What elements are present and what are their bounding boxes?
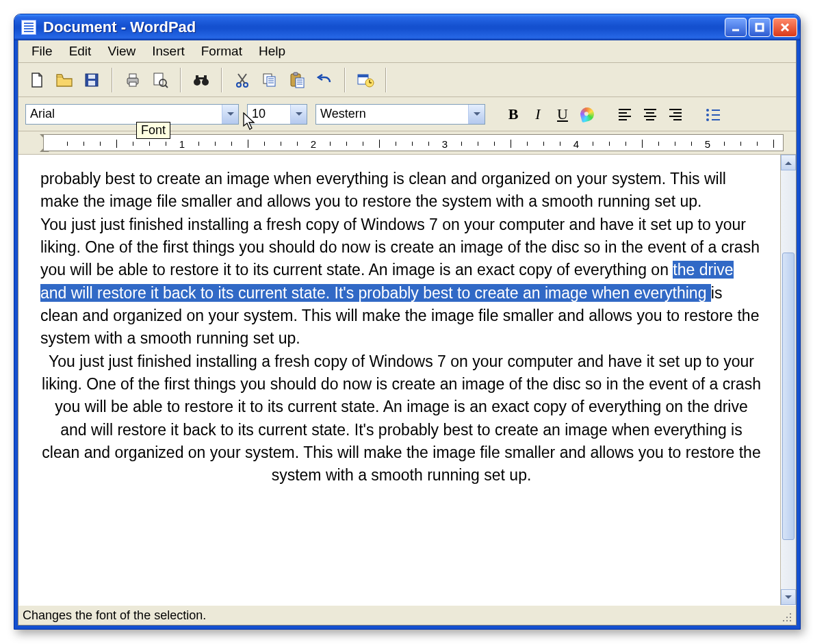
scroll-down-button[interactable] [781,589,796,605]
chevron-down-icon[interactable] [468,105,485,124]
font-size-combo[interactable]: 10 [247,104,307,125]
save-disk-icon[interactable] [80,68,103,92]
menu-edit[interactable]: Edit [62,42,99,61]
svg-rect-6 [88,81,95,86]
svg-rect-17 [198,77,204,79]
scroll-up-button[interactable] [781,155,796,170]
open-folder-icon[interactable] [53,68,76,92]
undo-icon[interactable] [313,68,336,92]
document-area[interactable]: probably best to create an image when ev… [18,155,780,605]
svg-line-20 [240,74,246,83]
align-center-icon[interactable] [640,105,660,124]
scroll-thumb[interactable] [782,253,795,540]
wordpad-app-icon [21,20,36,35]
font-script-value: Western [320,107,468,121]
menu-view[interactable]: View [100,42,143,61]
menu-help[interactable]: Help [251,42,293,61]
document-paragraph[interactable]: You just just finished installing a fres… [40,350,762,487]
ruler[interactable]: 12345 [18,131,796,155]
underline-button[interactable]: U [552,105,573,124]
svg-rect-1 [756,24,763,31]
standard-toolbar [18,63,796,97]
font-name-combo[interactable]: Arial [25,104,239,125]
print-icon[interactable] [121,68,144,92]
align-right-icon[interactable] [664,105,685,124]
chevron-down-icon[interactable] [290,105,307,124]
menu-file[interactable]: File [24,42,60,61]
svg-line-12 [165,85,168,88]
cut-scissors-icon[interactable] [231,68,254,92]
status-text: Changes the font of the selection. [23,608,206,623]
svg-rect-8 [129,74,136,78]
datetime-icon[interactable] [354,68,377,92]
svg-rect-5 [88,75,95,79]
svg-rect-29 [296,78,304,88]
document-paragraph[interactable]: probably best to create an image when ev… [40,168,762,214]
copy-icon[interactable] [258,68,281,92]
print-preview-icon[interactable] [149,68,172,92]
text-run: You just just finished installing a fres… [40,216,760,279]
wordpad-window: Document - WordPad File Edit View Insert… [14,14,801,630]
font-color-palette-icon[interactable] [577,105,597,124]
svg-rect-9 [129,82,136,86]
svg-rect-15 [196,75,198,80]
title-bar[interactable]: Document - WordPad [14,14,800,40]
document-paragraph[interactable]: You just just finished installing a fres… [40,214,762,350]
svg-rect-16 [204,75,207,80]
status-bar: Changes the font of the selection. [18,605,796,625]
paste-icon[interactable] [285,68,309,92]
svg-rect-28 [294,73,298,75]
find-binoculars-icon[interactable] [190,68,213,92]
new-file-icon[interactable] [25,68,49,92]
font-name-value: Arial [30,107,222,121]
menu-bar: File Edit View Insert Format Help [18,40,796,63]
bold-button[interactable]: B [503,105,524,124]
minimize-button[interactable] [725,18,747,37]
bullets-icon[interactable] [703,105,723,124]
svg-line-21 [238,74,245,83]
font-script-combo[interactable]: Western [315,104,485,125]
chevron-down-icon[interactable] [222,105,238,124]
font-size-value: 10 [252,107,290,121]
maximize-button[interactable] [749,18,771,37]
vertical-scrollbar[interactable] [780,155,796,605]
svg-rect-34 [358,75,368,77]
window-title: Document - WordPad [43,18,196,36]
italic-button[interactable]: I [528,105,548,124]
tooltip-font: Font [136,122,170,139]
close-button[interactable] [773,18,797,37]
scroll-track[interactable] [781,170,796,589]
align-left-icon[interactable] [615,105,636,124]
svg-rect-23 [267,77,275,86]
resize-grip-icon[interactable] [778,608,792,622]
format-toolbar: Arial 10 Western B I U [18,97,796,131]
menu-format[interactable]: Format [194,42,250,61]
menu-insert[interactable]: Insert [144,42,192,61]
